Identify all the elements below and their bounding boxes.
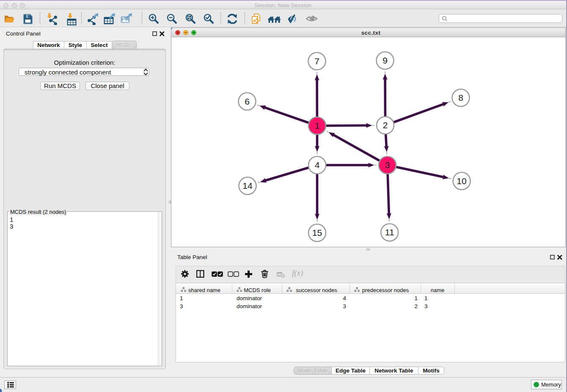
svg-text:14: 14 bbox=[242, 181, 253, 190]
svg-text:2: 2 bbox=[383, 120, 388, 130]
svg-text:9: 9 bbox=[383, 55, 388, 65]
svg-text:6: 6 bbox=[245, 97, 250, 106]
svg-text:3: 3 bbox=[385, 160, 390, 170]
svg-text:10: 10 bbox=[457, 176, 466, 186]
svg-text:15: 15 bbox=[312, 228, 322, 237]
svg-text:8: 8 bbox=[458, 93, 463, 102]
svg-text:7: 7 bbox=[314, 56, 319, 66]
svg-text:1: 1 bbox=[315, 121, 320, 130]
svg-text:4: 4 bbox=[315, 160, 320, 170]
svg-text:11: 11 bbox=[385, 227, 394, 237]
